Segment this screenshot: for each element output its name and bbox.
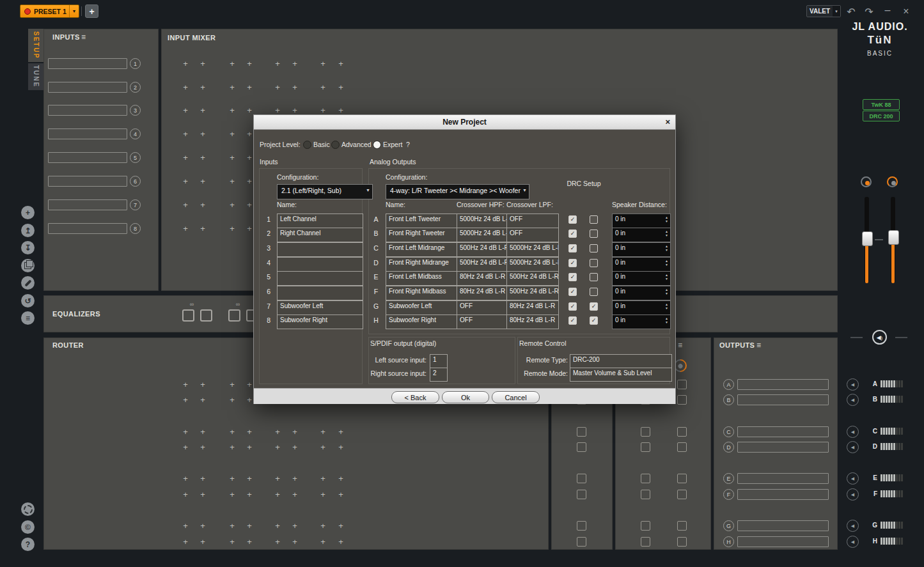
dialog-input-name-field[interactable]: Subwoofer Left xyxy=(277,300,363,315)
inputs-config-select[interactable]: 2.1 (Left/Right, Sub)▼ xyxy=(277,184,373,199)
router-node[interactable]: + xyxy=(275,442,280,452)
speaker-distance-spinner[interactable]: 0 in▲▼ xyxy=(612,257,671,272)
copy-icon[interactable] xyxy=(21,259,35,272)
drc-checkbox-1[interactable]: ✓ xyxy=(568,215,577,224)
assign-checkbox[interactable] xyxy=(677,442,687,452)
drc-checkbox-1[interactable]: ✓ xyxy=(568,259,577,267)
input-name-field[interactable] xyxy=(48,82,127,93)
minimize-icon[interactable]: – xyxy=(881,4,895,17)
assign-checkbox[interactable] xyxy=(577,490,586,499)
mixer-node[interactable]: + xyxy=(230,105,235,115)
reset-icon[interactable]: ↺ xyxy=(21,294,35,307)
dialog-output-name-field[interactable]: Front Left Midbass xyxy=(386,271,461,286)
input-name-field[interactable] xyxy=(48,128,127,139)
mixer-node[interactable]: + xyxy=(230,59,235,68)
mixer-node[interactable]: + xyxy=(275,82,280,92)
mixer-node[interactable]: + xyxy=(230,153,235,162)
speaker-distance-spinner[interactable]: 0 in▲▼ xyxy=(612,271,671,286)
router-node[interactable]: + xyxy=(338,537,343,547)
router-node[interactable]: + xyxy=(320,427,325,437)
router-node[interactable]: + xyxy=(338,490,343,499)
router-node[interactable]: + xyxy=(230,427,235,437)
mixer-node[interactable]: + xyxy=(338,82,343,92)
router-node[interactable]: + xyxy=(292,427,297,437)
drc-checkbox-2[interactable] xyxy=(590,215,598,224)
spinner-down-icon[interactable]: ▼ xyxy=(665,220,668,222)
speaker-distance-spinner[interactable]: 0 in▲▼ xyxy=(612,214,671,228)
mixer-node[interactable]: + xyxy=(183,105,188,115)
left-slider-handle[interactable] xyxy=(862,231,873,246)
dialog-hpf-field[interactable]: 500Hz 24 dB L-R xyxy=(457,242,509,257)
router-node[interactable]: + xyxy=(247,395,252,405)
assign-checkbox[interactable] xyxy=(577,427,586,437)
assign-checkbox[interactable] xyxy=(641,490,650,499)
inputs-menu-icon[interactable]: ≡ xyxy=(81,34,86,40)
mixer-node[interactable]: + xyxy=(183,129,188,139)
undo-icon[interactable]: ↶ xyxy=(844,5,858,18)
mixer-node[interactable]: + xyxy=(247,224,252,233)
router-node[interactable]: + xyxy=(183,395,188,405)
router-node[interactable]: + xyxy=(230,474,235,483)
redo-icon[interactable]: ↷ xyxy=(862,5,876,18)
speaker-distance-spinner[interactable]: 0 in▲▼ xyxy=(612,315,671,329)
dialog-hpf-field[interactable]: 5000Hz 24 dB L-R xyxy=(457,228,509,242)
mixer-node[interactable]: + xyxy=(200,153,205,162)
router-node[interactable]: + xyxy=(183,474,188,483)
spinner-down-icon[interactable]: ▼ xyxy=(665,249,668,251)
dialog-output-name-field[interactable]: Front Right Midbass xyxy=(386,286,461,300)
router-node[interactable]: + xyxy=(320,442,325,452)
ok-button[interactable]: Ok xyxy=(442,391,489,403)
dialog-lpf-field[interactable]: 80Hz 24 dB L-R xyxy=(506,315,559,329)
drc-checkbox-1[interactable]: ✓ xyxy=(568,244,577,252)
router-node[interactable]: + xyxy=(183,521,188,531)
dialog-title-bar[interactable]: New Project × xyxy=(254,115,675,130)
assign-checkbox[interactable] xyxy=(641,537,650,547)
mixer-node[interactable]: + xyxy=(338,105,343,115)
mixer-node[interactable]: + xyxy=(200,59,205,68)
radio-basic[interactable] xyxy=(303,141,311,149)
dialog-input-name-field[interactable] xyxy=(277,271,363,286)
output-mute-button[interactable]: ◀ xyxy=(847,441,859,453)
dialog-output-name-field[interactable]: Subwoofer Right xyxy=(386,315,461,329)
router-node[interactable]: + xyxy=(275,474,280,483)
dialog-input-name-field[interactable]: Left Channel xyxy=(277,214,363,228)
dialog-lpf-field[interactable]: 80Hz 24 dB L-R xyxy=(506,300,559,315)
spinner-up-icon[interactable]: ▲ xyxy=(665,303,668,306)
router-node[interactable]: + xyxy=(183,442,188,452)
router-node[interactable]: + xyxy=(247,442,252,452)
outputs-config-select[interactable]: 4-way: L/R Tweeter >< Midrange >< Woofer… xyxy=(386,184,529,199)
tab-setup[interactable]: SETUP xyxy=(28,29,43,62)
preset-dropdown-arrow[interactable]: ▼ xyxy=(69,5,79,17)
speaker-distance-spinner[interactable]: 0 in▲▼ xyxy=(612,228,671,242)
cancel-button[interactable]: Cancel xyxy=(492,391,540,403)
mixer-node[interactable]: + xyxy=(230,200,235,210)
output-name-field[interactable] xyxy=(737,426,829,437)
router-node[interactable]: + xyxy=(320,474,325,483)
drc-checkbox-1[interactable]: ✓ xyxy=(568,273,577,281)
right-gain-knob[interactable] xyxy=(887,176,898,187)
router-node[interactable]: + xyxy=(230,380,235,389)
copyright-icon[interactable]: © xyxy=(21,520,35,534)
router-node[interactable]: + xyxy=(183,380,188,389)
output-name-field[interactable] xyxy=(737,536,829,547)
outputs-menu-icon[interactable]: ≡ xyxy=(756,342,761,348)
dialog-input-name-field[interactable] xyxy=(277,286,363,300)
drc-checkbox-2[interactable]: ✓ xyxy=(590,302,598,311)
output-mute-button[interactable]: ◀ xyxy=(847,488,859,501)
assign-checkbox[interactable] xyxy=(677,395,687,405)
assign-checkbox[interactable] xyxy=(677,474,687,483)
output-mute-button[interactable]: ◀ xyxy=(847,536,859,548)
back-button[interactable]: < Back xyxy=(391,391,439,403)
output-name-field[interactable] xyxy=(737,379,829,390)
dialog-output-name-field[interactable]: Subwoofer Left xyxy=(386,300,461,315)
mixer-node[interactable]: + xyxy=(292,59,297,68)
add-preset-button[interactable]: + xyxy=(85,4,98,18)
router-node[interactable]: + xyxy=(200,521,205,531)
dialog-lpf-field[interactable]: 500Hz 24 dB L-R xyxy=(506,286,559,300)
right-level-slider[interactable] xyxy=(891,197,895,283)
assign-checkbox[interactable] xyxy=(641,521,650,531)
mixer-node[interactable]: + xyxy=(200,176,205,186)
remote-type-input[interactable]: DRC-200 xyxy=(570,354,672,368)
save-icon[interactable]: ↧ xyxy=(21,241,35,254)
router-node[interactable]: + xyxy=(247,380,252,389)
